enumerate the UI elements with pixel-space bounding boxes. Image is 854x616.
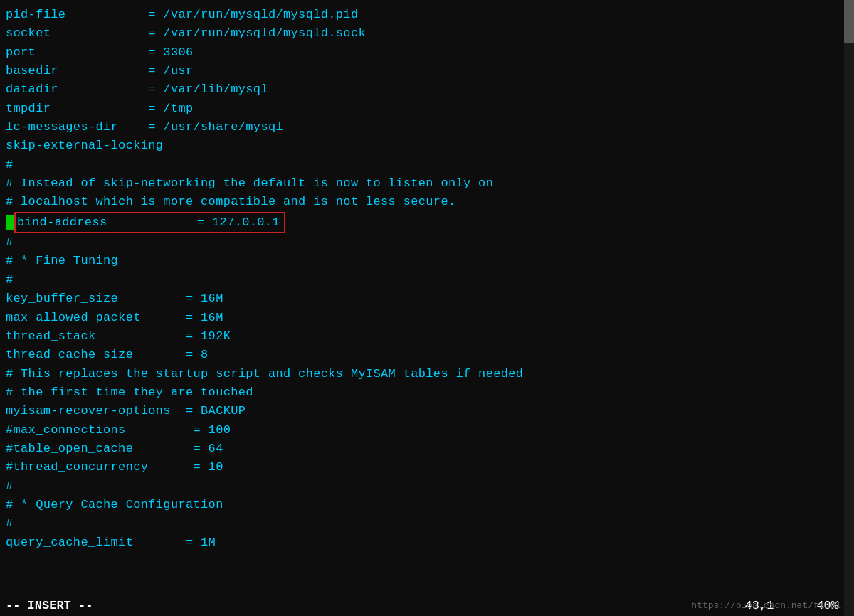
line-bind-address: bind-address = 127.0.0.1 <box>6 212 840 233</box>
line-comment-empty-3: # <box>6 271 840 290</box>
line-socket: socket = /var/run/mysqld/mysqld.sock <box>6 24 840 43</box>
line-comment-first-time: # the first time they are touched <box>6 383 840 402</box>
line-comment-query-cache: # * Query Cache Configuration <box>6 496 840 514</box>
line-thread-cache-size: thread_cache_size = 8 <box>6 346 840 364</box>
line-comment-fine-tuning: # * Fine Tuning <box>6 252 840 270</box>
url-text: https://blog.csdn.net/final <box>691 600 841 611</box>
line-port: port = 3306 <box>6 43 840 62</box>
terminal-window: pid-file = /var/run/mysqld/mysqld.pid so… <box>0 0 854 616</box>
line-lc-messages-dir: lc-messages-dir = /usr/share/mysql <box>6 118 840 137</box>
line-key-buffer-size: key_buffer_size = 16M <box>6 290 840 308</box>
line-pid-file: pid-file = /var/run/mysqld/mysqld.pid <box>6 6 840 24</box>
scrollbar[interactable] <box>844 0 854 616</box>
url-bar: https://blog.csdn.net/final <box>691 595 844 616</box>
line-tmpdir: tmpdir = /tmp <box>6 100 840 118</box>
line-comment-startup-script: # This replaces the startup script and c… <box>6 365 840 383</box>
line-thread-stack: thread_stack = 192K <box>6 327 840 346</box>
line-query-cache-limit: query_cache_limit = 1M <box>6 533 840 552</box>
line-datadir: datadir = /var/lib/mysql <box>6 80 840 99</box>
line-comment-empty-1: # <box>6 156 840 174</box>
bind-address-boxed: bind-address = 127.0.0.1 <box>14 212 285 233</box>
line-max-allowed-packet: max_allowed_packet = 16M <box>6 309 840 327</box>
line-myisam-recover: myisam-recover-options = BACKUP <box>6 402 840 420</box>
line-basedir: basedir = /usr <box>6 62 840 80</box>
line-comment-empty-4: # <box>6 477 840 496</box>
scrollbar-thumb[interactable] <box>844 0 854 43</box>
line-comment-skip-networking: # Instead of skip-networking the default… <box>6 174 840 193</box>
line-comment-localhost: # localhost which is more compatible and… <box>6 193 840 211</box>
line-comment-empty-2: # <box>6 233 840 252</box>
line-max-connections: #max_connections = 100 <box>6 421 840 440</box>
line-thread-concurrency: #thread_concurrency = 10 <box>6 458 840 477</box>
vim-mode: -- INSERT -- <box>6 599 93 612</box>
line-table-open-cache: #table_open_cache = 64 <box>6 440 840 458</box>
line-comment-empty-5: # <box>6 514 840 533</box>
line-skip-external-locking: skip-external-locking <box>6 137 840 155</box>
content-area: pid-file = /var/run/mysqld/mysqld.pid so… <box>6 6 854 552</box>
cursor-block <box>6 215 14 230</box>
